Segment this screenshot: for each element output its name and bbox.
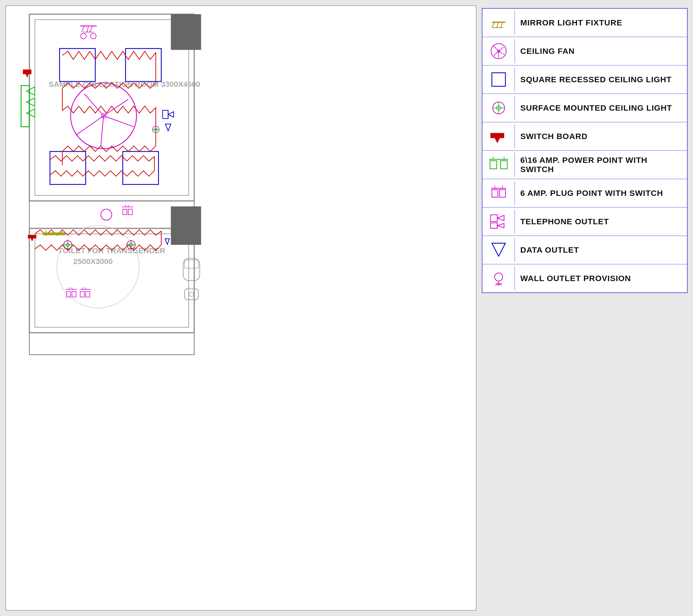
- svg-rect-90: [499, 190, 506, 197]
- svg-point-17: [81, 34, 86, 39]
- legend-text-switch: SWITCH BOARD: [515, 132, 687, 141]
- svg-rect-29: [123, 209, 127, 214]
- outlet-corridor: [101, 209, 112, 220]
- legend-row-telephone: TELEPHONE OUTLET: [482, 207, 687, 236]
- legend-row-plug: 6 AMP. PLUG POINT WITH SWITCH: [482, 179, 687, 207]
- svg-rect-62: [185, 260, 198, 268]
- svg-rect-56: [80, 292, 84, 297]
- svg-marker-95: [497, 215, 504, 221]
- svg-line-5: [104, 116, 134, 127]
- svg-line-73: [499, 47, 503, 51]
- svg-line-76: [494, 51, 499, 56]
- ceiling-light-4: [123, 151, 159, 185]
- legend-row-fan: CEILING FAN: [482, 37, 687, 65]
- svg-point-99: [495, 273, 503, 281]
- svg-rect-1: [35, 20, 189, 196]
- svg-line-66: [492, 22, 495, 27]
- legend-row-switch: SWITCH BOARD: [482, 122, 687, 151]
- legend-icon-data: [482, 238, 515, 262]
- toilet-outline: [57, 226, 139, 308]
- svg-rect-77: [492, 73, 506, 86]
- svg-rect-0: [29, 14, 194, 201]
- circuit-path-2: [50, 156, 155, 176]
- power-points-left: [26, 87, 35, 117]
- svg-line-14: [87, 26, 88, 32]
- legend-icon-surface: [482, 96, 515, 120]
- svg-marker-21: [163, 110, 168, 119]
- svg-line-72: [493, 45, 499, 51]
- data-outlet-right: [165, 124, 171, 131]
- power-point-bottom-2: [79, 287, 91, 297]
- telephone-right: [163, 110, 174, 119]
- legend-icon-plug: [482, 181, 515, 205]
- svg-marker-98: [492, 243, 506, 256]
- svg-rect-63: [185, 289, 198, 300]
- legend-panel: MIRROR LIGHT FIXTURE CEILING FAN: [482, 8, 688, 293]
- legend-icon-wall: [482, 266, 515, 290]
- svg-marker-22: [168, 112, 174, 117]
- svg-point-64: [189, 292, 194, 296]
- data-outlet-toilet: [165, 239, 170, 244]
- svg-marker-97: [497, 223, 504, 228]
- dark-block-bottom: [171, 206, 201, 245]
- legend-icon-power: [482, 153, 515, 177]
- dark-block-top: [171, 14, 201, 50]
- svg-rect-19: [23, 69, 31, 74]
- power-point-corridor: [122, 205, 134, 215]
- legend-row-wall: WALL OUTLET PROVISION: [482, 264, 687, 292]
- svg-rect-57: [86, 292, 90, 297]
- svg-marker-20: [26, 74, 28, 78]
- svg-marker-46: [165, 239, 170, 244]
- legend-row-power: 6\16 AMP. POWER POINT WITH SWITCH: [482, 151, 687, 179]
- svg-marker-10: [26, 109, 35, 117]
- svg-line-4: [104, 99, 128, 116]
- svg-rect-84: [490, 161, 497, 169]
- legend-icon-square: [482, 68, 515, 91]
- toilet-label-2: 2500X3000: [73, 257, 113, 266]
- svg-marker-94: [491, 215, 497, 222]
- legend-text-surface: SURFACE MOUNTED CEILING LIGHT: [515, 103, 687, 112]
- power-point-bottom-1: [65, 287, 77, 297]
- svg-line-15: [90, 26, 93, 32]
- floor-plan: SAMPLE COLLECTION ROOM 3300X4500: [5, 5, 476, 611]
- legend-text-plug: 6 AMP. PLUG POINT WITH SWITCH: [515, 188, 687, 198]
- svg-line-68: [501, 22, 503, 27]
- legend-row-surface: SURFACE MOUNTED CEILING LIGHT: [482, 94, 687, 122]
- legend-text-square: SQUARE RECESSED CEILING LIGHT: [515, 75, 687, 84]
- legend-icon-telephone: [482, 210, 515, 233]
- svg-rect-85: [500, 161, 507, 169]
- svg-line-67: [497, 22, 499, 27]
- svg-rect-50: [29, 333, 194, 355]
- svg-marker-83: [495, 138, 500, 143]
- ceiling-light-3: [50, 151, 86, 185]
- svg-rect-47: [43, 233, 65, 235]
- legend-icon-fan: [482, 39, 515, 63]
- svg-point-18: [91, 34, 96, 39]
- surface-light-right: [152, 125, 160, 134]
- svg-line-3: [84, 94, 103, 116]
- svg-rect-52: [72, 292, 76, 297]
- legend-icon-mirror: [482, 11, 515, 35]
- svg-line-7: [76, 116, 104, 135]
- legend-text-data: DATA OUTLET: [515, 245, 687, 254]
- svg-marker-9: [26, 98, 35, 106]
- svg-line-74: [499, 51, 504, 55]
- svg-marker-8: [26, 87, 35, 95]
- legend-text-telephone: TELEPHONE OUTLET: [515, 217, 687, 226]
- legend-text-power: 6\16 AMP. POWER POINT WITH SWITCH: [515, 156, 687, 174]
- legend-text-fan: CEILING FAN: [515, 46, 687, 56]
- svg-rect-30: [128, 209, 132, 214]
- svg-rect-61: [183, 259, 200, 281]
- svg-rect-82: [491, 133, 504, 138]
- legend-text-mirror: MIRROR LIGHT FIXTURE: [515, 18, 687, 27]
- mirror-fixture-top: [80, 26, 97, 39]
- svg-line-6: [101, 116, 103, 146]
- switchboard-left: [23, 69, 31, 78]
- legend-row-data: DATA OUTLET: [482, 236, 687, 264]
- legend-row-mirror: MIRROR LIGHT FIXTURE: [482, 9, 687, 37]
- svg-marker-45: [31, 238, 34, 242]
- svg-rect-44: [28, 235, 36, 238]
- legend-row-square: SQUARE RECESSED CEILING LIGHT: [482, 65, 687, 94]
- svg-marker-23: [165, 124, 171, 131]
- svg-line-13: [81, 26, 84, 32]
